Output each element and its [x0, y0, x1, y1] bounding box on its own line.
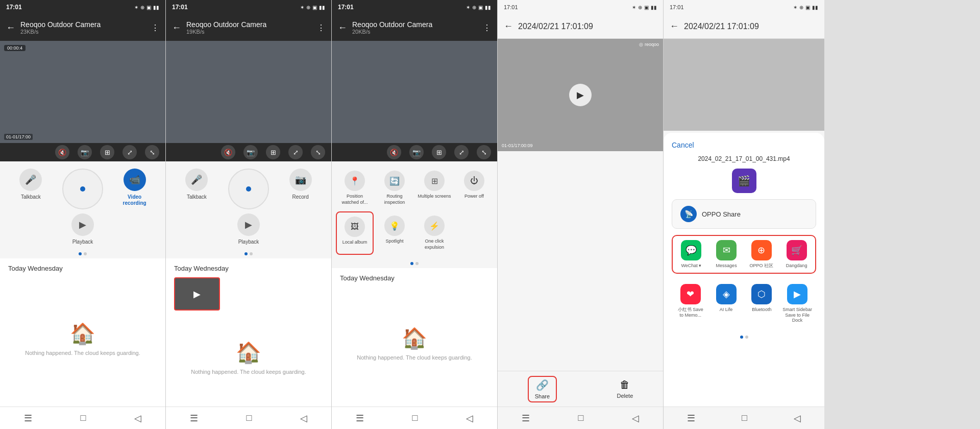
smart-sidebar-app[interactable]: ▶ Smart Sidebar Save to File Dock: [782, 284, 812, 323]
camera-icon-2[interactable]: 📷: [243, 145, 258, 159]
p5-back-nav[interactable]: ◁: [794, 413, 801, 424]
power-off-menu-item[interactable]: ⏻ Power off: [455, 166, 493, 209]
back-nav-3[interactable]: ◁: [466, 413, 473, 424]
oppo-community-app[interactable]: ⊕ OPPO 社区: [747, 240, 776, 269]
back-button-1[interactable]: ←: [6, 22, 15, 33]
routing-inspection-menu-item[interactable]: 🔄 Routing inspection: [376, 166, 413, 209]
menu-nav-1[interactable]: ☰: [24, 413, 32, 424]
record-icon-2: 📷: [289, 169, 312, 191]
wechat-app[interactable]: 💬 WeChat ▾: [677, 240, 706, 269]
p4-menu-nav[interactable]: ☰: [522, 413, 530, 424]
indicator-dots-2: [166, 250, 331, 258]
spotlight-menu-item[interactable]: 💡 Spotlight: [376, 211, 413, 254]
p4-share-icon: 🔗: [536, 379, 549, 391]
p4-delete-button[interactable]: 🗑 Delete: [617, 379, 633, 399]
expand-icon-2[interactable]: ⤢: [288, 145, 303, 159]
file-icon-box: 🎬: [732, 169, 756, 193]
mute-icon-3[interactable]: 🔇: [387, 145, 401, 159]
menu-nav-3[interactable]: ☰: [356, 413, 364, 424]
cancel-button[interactable]: Cancel: [672, 141, 694, 149]
back-button-2[interactable]: ←: [172, 22, 181, 33]
power-off-label: Power off: [464, 194, 484, 200]
oppo-share-row[interactable]: 📡 OPPO Share: [672, 199, 816, 229]
fullscreen-icon[interactable]: ⊞: [100, 145, 114, 159]
p4-back-button[interactable]: ←: [504, 21, 513, 32]
p4-video-overlay: ◎ reoqoo: [639, 42, 659, 47]
playback-action[interactable]: ▶ Playback: [65, 213, 101, 245]
p5-header: ← 2024/02/21 17:01:09: [664, 14, 824, 39]
status-icons-3: ✶ ⊕ ▣ ▮▮: [466, 5, 491, 10]
home-nav-3[interactable]: □: [412, 413, 418, 423]
video-area-3: [332, 41, 497, 143]
playback-label: Playback: [72, 239, 93, 245]
action-grid-2: 🎤 Talkback 📷 Record: [174, 169, 323, 209]
talkback-action[interactable]: 🎤 Talkback: [13, 169, 48, 200]
video-recording-action[interactable]: 📹 Video recording: [117, 169, 153, 206]
status-bar-3: 17:01 ✶ ⊕ ▣ ▮▮: [332, 0, 497, 14]
back-button-3[interactable]: ←: [338, 22, 347, 33]
expand-icon-3[interactable]: ⤢: [454, 145, 469, 159]
expand-icon[interactable]: ⤢: [122, 145, 137, 159]
p5-video-area: [664, 39, 824, 131]
controls-row-3: 🔇 📷 ⊞ ⤢ ⤡: [332, 143, 497, 161]
video-thumbnail-2[interactable]: ▶: [174, 277, 220, 311]
mute-icon-2[interactable]: 🔇: [221, 145, 235, 159]
local-album-menu-item[interactable]: 🖼 Local album: [336, 211, 374, 254]
p5-back-button[interactable]: ←: [670, 21, 679, 32]
messages-icon: ✉: [716, 240, 737, 260]
joystick-2[interactable]: [228, 169, 269, 209]
p4-play-button[interactable]: ▶: [569, 84, 592, 106]
dangdang-app[interactable]: 🛒 Dangdang: [782, 240, 811, 269]
talkback-label-2: Talkback: [187, 194, 207, 200]
smart-sidebar-label: Smart Sidebar Save to File Dock: [782, 307, 812, 323]
back-nav-2[interactable]: ◁: [300, 413, 307, 424]
p4-home-nav[interactable]: □: [578, 413, 584, 423]
more-button-1[interactable]: ⋮: [151, 23, 159, 33]
one-click-expulsion-menu-item[interactable]: ⚡ One click expulsion: [415, 211, 453, 254]
home-nav-1[interactable]: □: [81, 413, 86, 423]
more-options-icon[interactable]: ⤡: [145, 145, 159, 159]
p4-back-nav[interactable]: ◁: [632, 413, 639, 424]
p4-signal-icon: ▣: [644, 5, 649, 10]
position-watched-menu-item[interactable]: 📍 Position watched of...: [336, 166, 374, 209]
status-icons-2: ✶ ⊕ ▣ ▮▮: [300, 5, 325, 10]
more-options-icon-3[interactable]: ⤡: [477, 145, 491, 159]
p5-home-nav[interactable]: □: [742, 413, 747, 423]
oppo-community-icon: ⊕: [751, 240, 772, 260]
today-section-3: Today Wednesday 🏠 Nothing happened. The …: [332, 268, 497, 407]
header-subtitle-3: 20KB/s: [352, 29, 478, 35]
p5-menu-nav[interactable]: ☰: [687, 413, 695, 424]
fullscreen-icon-2[interactable]: ⊞: [266, 145, 280, 159]
playback-action-2[interactable]: ▶ Playback: [231, 213, 266, 245]
camera-icon-3[interactable]: 📷: [409, 145, 424, 159]
header-title-3: Reoqoo Outdoor Camera: [352, 20, 478, 29]
ailife-app[interactable]: ◈ AI Life: [712, 284, 741, 323]
mute-icon[interactable]: 🔇: [55, 145, 69, 159]
bluetooth-icon-2: ✶: [300, 5, 304, 10]
app-grid-2: ❤ 小红书 Save to Memo... ◈ AI Life ⬡ Blueto…: [672, 280, 816, 327]
panel-3: 17:01 ✶ ⊕ ▣ ▮▮ ← Reoqoo Outdoor Camera 2…: [332, 0, 498, 429]
record-action-2[interactable]: 📷 Record: [283, 169, 318, 200]
menu-nav-2[interactable]: ☰: [190, 413, 198, 424]
p4-share-button[interactable]: 🔗 Share: [528, 376, 557, 402]
messages-app[interactable]: ✉ Messages: [712, 240, 741, 269]
back-nav-1[interactable]: ◁: [134, 413, 141, 424]
dot-active-1: [79, 252, 82, 255]
more-options-icon-2[interactable]: ⤡: [311, 145, 325, 159]
talkback-action-2[interactable]: 🎤 Talkback: [179, 169, 214, 200]
status-bar-2: 17:01 ✶ ⊕ ▣ ▮▮: [166, 0, 331, 14]
bluetooth-app[interactable]: ⬡ Bluetooth: [747, 284, 777, 323]
xiaohongshu-icon: ❤: [680, 284, 701, 304]
multiple-screens-menu-item[interactable]: ⊞ Multiple screens: [415, 166, 453, 209]
p4-bottom-nav: ☰ □ ◁: [498, 407, 663, 429]
dot-active-2: [244, 252, 248, 255]
xiaohongshu-app[interactable]: ❤ 小红书 Save to Memo...: [676, 284, 705, 323]
joystick-dot-2: [246, 186, 251, 192]
camera-icon[interactable]: 📷: [78, 145, 92, 159]
fullscreen-icon-3[interactable]: ⊞: [432, 145, 446, 159]
talkback-label: Talkback: [21, 194, 41, 200]
home-nav-2[interactable]: □: [247, 413, 252, 423]
more-button-2[interactable]: ⋮: [317, 23, 325, 33]
more-button-3[interactable]: ⋮: [483, 23, 491, 33]
joystick-1[interactable]: [62, 169, 103, 209]
